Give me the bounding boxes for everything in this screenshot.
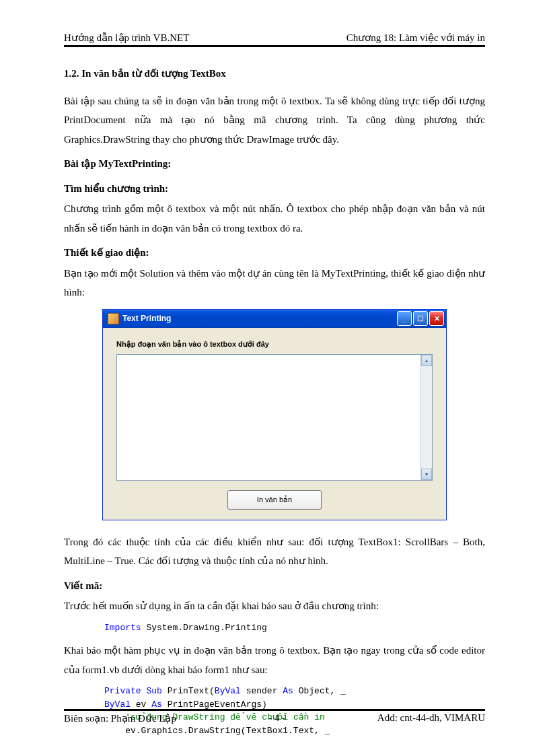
maximize-button[interactable]: ☐ <box>413 311 428 326</box>
window-title: Text Printing <box>122 314 396 323</box>
paragraph: Bạn tạo mới một Solution và thêm vào một… <box>64 264 485 302</box>
window-body: Nhập đoạn văn bản vào ô textbox dưới đây… <box>103 328 446 520</box>
paragraph: Chương trình gồm một ô textbox và một nú… <box>64 199 485 238</box>
footer-left: Biên soạn: Phạm Đức Lập <box>64 712 176 724</box>
app-icon <box>108 313 119 324</box>
paragraph: Khai báo một hàm phục vụ in đoạn văn bản… <box>64 641 485 679</box>
paragraph: Trong đó các thuộc tính của các điều khi… <box>64 532 485 571</box>
subheading: Thiết kế giao diện: <box>64 243 485 263</box>
textbox-input[interactable]: ▴ ▾ <box>116 354 433 481</box>
paragraph: Bài tập sau chúng ta sẽ in đoạn văn bản … <box>64 92 485 149</box>
section-heading: 1.2. In văn bản từ đối tượng TextBox <box>64 64 485 83</box>
page-footer: Biên soạn: Phạm Đức Lập - 4 - Add: cnt-4… <box>64 709 485 724</box>
scrollbar[interactable]: ▴ ▾ <box>420 355 432 480</box>
footer-right: Add: cnt-44-dh, VIMARU <box>377 712 485 724</box>
code-block: Imports System.Drawing.Printing <box>104 621 485 635</box>
form-window: Text Printing _ ☐ ✕ Nhập đoạn văn bản và… <box>102 309 447 520</box>
exercise-heading: Bài tập MyTextPrinting: <box>64 154 485 174</box>
scroll-up-icon[interactable]: ▴ <box>421 355 432 366</box>
page-header: Hướng dẫn lập trình VB.NET Chương 18: Là… <box>64 32 485 47</box>
footer-center: - 4 - <box>268 712 285 724</box>
header-left: Hướng dẫn lập trình VB.NET <box>64 32 189 44</box>
minimize-button[interactable]: _ <box>397 311 412 326</box>
scroll-down-icon[interactable]: ▾ <box>421 469 432 480</box>
window-titlebar: Text Printing _ ☐ ✕ <box>103 310 446 328</box>
form-label: Nhập đoạn văn bản vào ô textbox dưới đây <box>116 340 433 349</box>
subheading: Tìm hiểu chương trình: <box>64 179 485 199</box>
subheading: Viết mã: <box>64 576 485 596</box>
print-button[interactable]: In văn bản <box>227 490 322 510</box>
header-right: Chương 18: Làm việc với máy in <box>346 32 485 44</box>
paragraph: Trước hết muốn sử dụng in ấn ta cần đặt … <box>64 596 485 616</box>
close-button[interactable]: ✕ <box>429 311 444 326</box>
